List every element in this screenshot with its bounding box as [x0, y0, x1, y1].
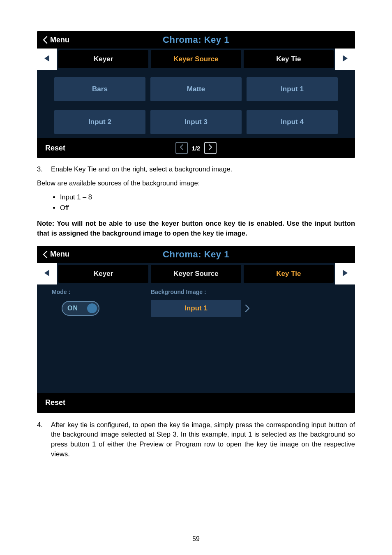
document-body: 4. After key tie is configured, to open …: [37, 420, 355, 460]
tab-label: Keyer Source: [173, 55, 219, 63]
panel-footer: Reset: [37, 393, 355, 413]
step-item: 3. Enable Key Tie and on the right, sele…: [37, 164, 355, 174]
note-text: Note: You will not be able to use the ke…: [37, 219, 355, 238]
tabs-row: Keyer Keyer Source Key Tie: [37, 49, 355, 70]
chevron-left-icon: [43, 36, 48, 44]
panel-titlebar: Menu Chroma: Key 1: [37, 31, 355, 49]
empty-column: [258, 289, 340, 317]
source-row: Bars Matte Input 1: [54, 77, 338, 101]
source-input-3[interactable]: Input 3: [150, 110, 242, 134]
tab-keyer-source[interactable]: Keyer Source: [151, 265, 241, 283]
tab-keyer[interactable]: Keyer: [58, 265, 148, 283]
background-label: Background Image :: [151, 289, 241, 295]
tabs-row: Keyer Keyer Source Key Tie: [37, 263, 355, 284]
paragraph: Below are available sources of the backg…: [37, 178, 355, 188]
panel-footer: Reset 1/2: [37, 138, 355, 158]
panel-titlebar: Menu Chroma: Key 1: [37, 246, 355, 263]
tabs-next-button[interactable]: [335, 263, 355, 284]
source-matte[interactable]: Matte: [150, 77, 242, 101]
tab-label: Key Tie: [276, 55, 301, 63]
tab-label: Keyer: [94, 55, 113, 63]
background-column: Background Image : Input 1: [151, 289, 241, 317]
source-grid: Bars Matte Input 1 Input 2 Input 3 Input…: [37, 70, 355, 138]
mode-label: Mode :: [52, 289, 134, 295]
tab-keyer-source[interactable]: Keyer Source: [151, 50, 241, 68]
reset-button[interactable]: Reset: [37, 144, 65, 153]
tab-key-tie[interactable]: Key Tie: [244, 265, 334, 283]
step-number: 4.: [37, 420, 45, 460]
step-text: After key tie is configured, to open the…: [51, 420, 355, 460]
tab-label: Keyer Source: [173, 270, 219, 278]
tab-keyer[interactable]: Keyer: [58, 50, 148, 68]
source-input-2[interactable]: Input 2: [54, 110, 145, 134]
source-label: Input 1: [281, 85, 304, 93]
back-to-menu[interactable]: Menu: [37, 36, 69, 44]
tab-label: Keyer: [94, 270, 113, 278]
reset-button[interactable]: Reset: [37, 398, 65, 407]
mode-column: Mode : ON: [52, 289, 134, 317]
source-label: Input 2: [88, 118, 111, 126]
source-row: Input 2 Input 3 Input 4: [54, 110, 338, 134]
menu-label: Menu: [50, 36, 69, 44]
step-text: Enable Key Tie and on the right, select …: [51, 164, 232, 174]
chevron-left-icon: [43, 251, 48, 258]
menu-label: Menu: [50, 250, 69, 259]
mode-toggle[interactable]: ON: [62, 301, 99, 316]
back-to-menu[interactable]: Menu: [37, 250, 69, 259]
page-number: 59: [0, 535, 392, 543]
triangle-left-icon: [43, 269, 51, 279]
step-item: 4. After key tie is configured, to open …: [37, 420, 355, 460]
chroma-key-panel-source: Menu Chroma: Key 1 Keyer Keyer Source Ke…: [37, 31, 355, 158]
step-number: 3.: [37, 164, 45, 174]
source-bars[interactable]: Bars: [54, 77, 145, 101]
chroma-key-panel-key-tie: Menu Chroma: Key 1 Keyer Keyer Source Ke…: [37, 246, 355, 413]
source-label: Input 4: [281, 118, 304, 126]
reset-label: Reset: [45, 144, 65, 152]
source-label: Matte: [187, 85, 205, 93]
triangle-right-icon: [341, 269, 349, 279]
list-item: Off: [60, 203, 355, 213]
tabs-holder: Keyer Keyer Source Key Tie: [57, 263, 335, 284]
source-input-1[interactable]: Input 1: [247, 77, 338, 101]
pager-count: 1/2: [190, 145, 202, 152]
chevron-left-icon: [180, 144, 184, 152]
panel-title: Chroma: Key 1: [37, 249, 355, 260]
pager: 1/2: [37, 142, 355, 154]
reset-label: Reset: [45, 398, 65, 407]
tabs-prev-button[interactable]: [37, 49, 57, 70]
triangle-right-icon: [341, 54, 349, 64]
source-label: Input 3: [184, 118, 208, 126]
tabs-prev-button[interactable]: [37, 263, 57, 284]
document-body: 3. Enable Key Tie and on the right, sele…: [37, 164, 355, 238]
chevron-right-icon: [208, 144, 212, 152]
background-image-value: Input 1: [184, 304, 208, 312]
list-item: Input 1 – 8: [60, 192, 355, 202]
source-label: Bars: [92, 85, 108, 93]
pager-next-button[interactable]: [204, 142, 217, 154]
bullet-list: Input 1 – 8 Off: [37, 192, 355, 213]
chevron-right-icon: [243, 300, 252, 317]
key-tie-body: Mode : ON Background Image : Input 1: [37, 284, 355, 393]
toggle-knob-icon: [87, 303, 97, 313]
tabs-next-button[interactable]: [335, 49, 355, 70]
toggle-state-label: ON: [67, 305, 78, 312]
source-input-4[interactable]: Input 4: [247, 110, 338, 134]
pager-prev-button[interactable]: [175, 142, 188, 154]
triangle-left-icon: [43, 54, 51, 64]
tab-label: Key Tie: [276, 270, 301, 278]
tabs-holder: Keyer Keyer Source Key Tie: [57, 49, 335, 70]
background-image-selector[interactable]: Input 1: [151, 300, 241, 317]
tab-key-tie[interactable]: Key Tie: [244, 50, 334, 68]
panel-title: Chroma: Key 1: [37, 35, 355, 45]
